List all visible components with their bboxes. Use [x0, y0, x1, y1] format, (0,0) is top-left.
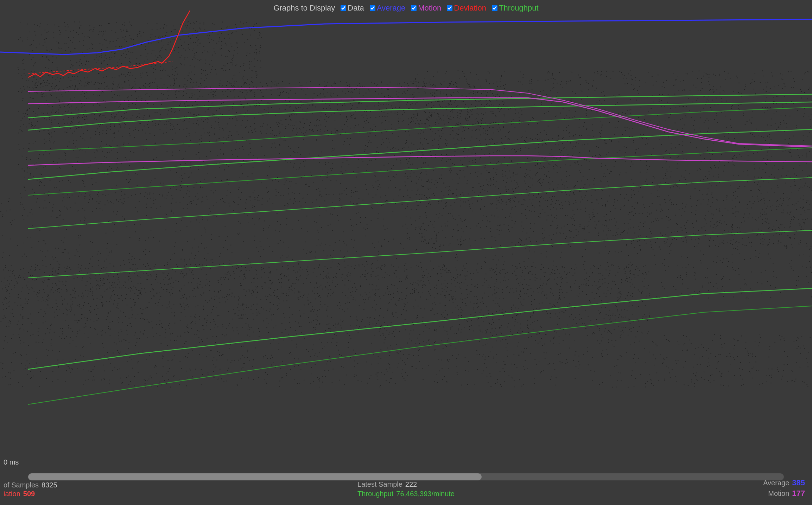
main-container: Graphs to Display Data Average Motion De…	[0, 0, 812, 505]
checkbox-motion[interactable]: Motion	[411, 4, 441, 13]
motion-value: 177	[792, 489, 805, 498]
throughput-label: Throughput	[357, 490, 393, 498]
checkbox-average-label: Average	[377, 4, 406, 13]
y-axis-bottom-label: 0 ms	[4, 458, 19, 466]
checkbox-throughput-input[interactable]	[492, 5, 497, 11]
graphs-to-display-label: Graphs to Display	[273, 4, 335, 13]
motion-label: Motion	[768, 490, 789, 498]
checkbox-throughput[interactable]: Throughput	[492, 4, 539, 13]
latest-sample-label: Latest Sample	[357, 480, 402, 488]
checkbox-average[interactable]: Average	[370, 4, 406, 13]
checkbox-deviation-input[interactable]	[447, 5, 452, 11]
deviation-value: 509	[23, 490, 35, 498]
checkbox-average-input[interactable]	[370, 5, 375, 11]
checkbox-motion-input[interactable]	[411, 5, 417, 11]
checkbox-data-label: Data	[348, 4, 364, 13]
latest-sample-value: 222	[405, 480, 417, 488]
samples-value: 8325	[42, 481, 57, 489]
center-stats: Latest Sample 222 Throughput 76,463,393/…	[357, 480, 455, 498]
checkbox-deviation[interactable]: Deviation	[447, 4, 486, 13]
right-stats: Average 385 Motion 177	[763, 478, 805, 498]
toolbar: Graphs to Display Data Average Motion De…	[0, 4, 812, 13]
checkbox-data[interactable]: Data	[341, 4, 364, 13]
left-stats: of Samples 8325 iation 509	[4, 481, 57, 498]
samples-label: of Samples	[4, 481, 39, 489]
average-value: 385	[792, 478, 805, 487]
checkbox-data-input[interactable]	[341, 5, 346, 11]
chart-canvas	[0, 0, 812, 457]
checkbox-throughput-label: Throughput	[499, 4, 539, 13]
checkbox-motion-label: Motion	[418, 4, 441, 13]
throughput-value: 76,463,393/minute	[396, 490, 455, 498]
average-label: Average	[763, 479, 789, 487]
checkbox-deviation-label: Deviation	[454, 4, 486, 13]
deviation-label: iation	[4, 490, 20, 498]
